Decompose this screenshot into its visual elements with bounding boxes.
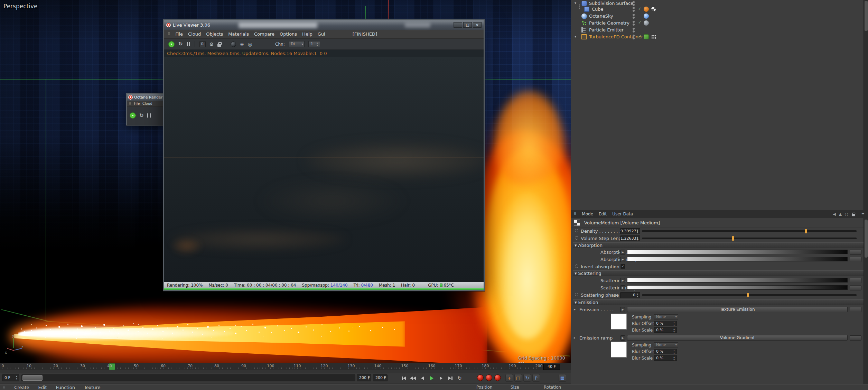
object-row-turbulencefd-container[interactable]: ▾ TurbulenceFD Container ✓ [571,34,868,40]
object-label[interactable]: Particle Geometry [589,20,629,26]
blur-scale-field[interactable]: 0 % [654,355,677,361]
lock-resolution-icon[interactable] [217,44,221,47]
keyframe-circle-icon[interactable] [575,236,578,240]
render-passes-icon[interactable] [231,41,236,47]
key-position-toggle[interactable]: + [505,374,513,382]
spinner-arrows[interactable] [672,349,676,354]
menu-help[interactable]: Help [302,31,312,37]
spinner-arrows[interactable] [636,236,639,241]
spinner-arrows[interactable] [672,356,676,360]
visibility-dots[interactable] [633,14,635,19]
menu-file[interactable]: File [134,102,140,105]
object-label[interactable]: Cube [592,7,604,12]
absorption-ramp-gradient-preview[interactable] [627,257,848,261]
absorption-gradient-preview[interactable] [627,250,848,254]
menu-file[interactable]: File [175,31,183,37]
current-frame-field[interactable]: 40 F [543,364,560,370]
volume-step-slider-handle[interactable] [732,236,734,241]
scrollbar-thumb[interactable] [865,1,868,31]
menu-cloud[interactable]: Cloud [188,31,201,37]
focus-picker-icon[interactable]: ⊕ [240,42,244,47]
play-button[interactable] [427,374,436,382]
texture-arrow-button[interactable]: ▶ [620,250,625,255]
emission-ramp-options-button[interactable] [850,335,861,341]
octane-start-icon[interactable] [130,112,136,119]
next-frame-button[interactable] [437,374,445,382]
blur-scale-field[interactable]: 0 % [654,327,677,333]
expand-arrow-icon[interactable]: ▸ [574,336,576,340]
expand-arrow-icon[interactable]: ▸ [574,307,576,311]
menu-objects[interactable]: Objects [206,31,223,37]
scattering-phase-slider[interactable] [642,294,857,296]
scattering-phase-value-field[interactable]: 0 [620,292,640,298]
object-row-cube[interactable]: Cube ✓ [571,6,868,13]
maximize-button[interactable]: □ [463,22,472,28]
history-back-icon[interactable]: ◀ [833,212,836,216]
visibility-dots[interactable] [633,35,635,39]
start-frame-field[interactable]: 0 F [2,374,19,381]
tree-open-icon[interactable]: ▾ [575,1,576,5]
scattering-section-header[interactable]: ▾ Scattering [573,270,868,276]
menu-grip-icon[interactable]: ⠿ [168,32,170,36]
volume-gradient-button[interactable]: Volume Gradient [627,335,848,341]
menu-function[interactable]: Function [56,385,75,390]
cache-tag-icon[interactable] [651,34,656,39]
scrollbar-thumb[interactable] [865,220,868,258]
max-frame-field[interactable]: 200 F [373,374,388,381]
sampling-dropdown[interactable]: None▾ [654,314,678,319]
object-row-particle-emitter[interactable]: Particle Emitter [571,27,868,34]
render-view[interactable] [164,57,484,282]
live-viewer-window[interactable]: Live Viewer 3.06 ─ □ × ⠿ File Cloud Obje… [163,19,485,291]
keyframe-circle-icon[interactable] [575,229,578,232]
render-region-button[interactable]: R [199,41,206,47]
enabled-check-icon[interactable]: ✓ [638,20,641,25]
loop-mode-button[interactable]: ↻ [455,374,464,382]
history-up-icon[interactable]: ▲ [839,212,842,216]
sky-tag-icon[interactable] [644,13,649,19]
channel-dropdown[interactable]: DL▾ [289,41,305,47]
samples-spinner[interactable]: 1 [308,41,320,47]
blur-offset-field[interactable]: 0 % [654,349,677,354]
menu-texture[interactable]: Texture [84,385,101,390]
menu-grip-icon[interactable]: ⠿ [3,386,5,389]
key-rotation-toggle[interactable]: ↻ [523,374,531,382]
octane-render-window[interactable]: Octane Render ⠿ File Cloud ↻ [126,93,165,126]
key-parameter-toggle[interactable]: P [532,374,540,382]
volume-step-value-field[interactable]: 1.226331 [620,235,640,241]
refresh-icon[interactable]: ↻ [139,113,144,118]
sampling-dropdown[interactable]: None▾ [654,342,678,347]
minimize-button[interactable]: ─ [454,22,462,28]
density-value-field[interactable]: 9.399271 [620,228,640,234]
density-slider[interactable] [642,230,857,232]
previous-frame-button[interactable] [418,374,427,382]
texture-arrow-button[interactable]: ▶ [620,278,625,283]
menu-options[interactable]: Options [280,31,297,37]
absorption-options-button[interactable] [850,250,861,255]
volume-step-slider[interactable] [642,238,857,239]
pause-render-icon[interactable] [187,42,190,46]
texture-emission-button[interactable]: Texture Emission [627,307,848,312]
spinner-arrows[interactable] [636,229,639,234]
emission-section-header[interactable]: ▾ Emission [573,299,868,305]
spinner-arrows[interactable] [367,375,370,381]
simulation-tag-icon[interactable] [644,34,649,39]
texture-arrow-button[interactable]: ▶ [620,285,625,290]
menu-gui[interactable]: Gui [318,31,325,37]
absorption-ramp-options-button[interactable] [850,257,861,262]
spinner-arrows[interactable] [636,292,639,298]
scattering-phase-slider-handle[interactable] [747,293,749,297]
object-label[interactable]: Subdivision Surface [589,1,633,6]
tree-open-icon[interactable]: ▾ [575,35,576,38]
spinner-arrows[interactable] [672,321,676,326]
spinner-arrows[interactable] [15,375,18,381]
object-row-particle-geometry[interactable]: Particle Geometry ✓ [571,20,868,27]
invert-absorption-checkbox[interactable]: ✓ [620,264,625,269]
material-picker-icon[interactable]: ◎ [248,42,252,47]
enabled-check-icon[interactable]: ✓ [638,7,641,11]
object-label[interactable]: Particle Emitter [589,27,624,32]
blur-offset-field[interactable]: 0 % [654,321,677,326]
object-label[interactable]: TurbulenceFD Container [589,34,643,39]
texture-arrow-button[interactable]: ▶ [620,335,625,341]
absorption-section-header[interactable]: ▾ Absorption [573,242,868,248]
menu-cloud[interactable]: Cloud [142,102,152,105]
